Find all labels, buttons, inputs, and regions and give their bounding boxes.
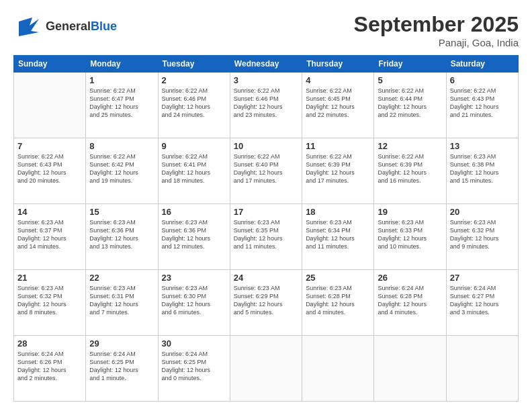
col-thursday: Thursday (302, 56, 374, 73)
day-number: 21 (17, 273, 82, 283)
day-number: 27 (450, 273, 515, 283)
cell-info: Sunrise: 6:22 AM Sunset: 6:39 PM Dayligh… (306, 152, 370, 185)
cell-info: Sunrise: 6:23 AM Sunset: 6:31 PM Dayligh… (89, 284, 154, 317)
calendar-cell: 24Sunrise: 6:23 AM Sunset: 6:29 PM Dayli… (230, 270, 302, 336)
cell-info: Sunrise: 6:22 AM Sunset: 6:44 PM Dayligh… (378, 87, 442, 120)
cell-info: Sunrise: 6:22 AM Sunset: 6:46 PM Dayligh… (162, 87, 226, 120)
logo: GeneralBlue (13, 12, 117, 42)
day-number: 23 (162, 273, 226, 283)
calendar-cell: 14Sunrise: 6:23 AM Sunset: 6:37 PM Dayli… (14, 204, 86, 270)
cell-info: Sunrise: 6:23 AM Sunset: 6:34 PM Dayligh… (306, 218, 370, 251)
cell-info: Sunrise: 6:23 AM Sunset: 6:29 PM Dayligh… (234, 284, 298, 317)
col-friday: Friday (374, 56, 446, 73)
calendar-cell (14, 73, 86, 138)
day-number: 12 (378, 141, 442, 151)
page: GeneralBlue September 2025 Panaji, Goa, … (0, 0, 532, 411)
cell-info: Sunrise: 6:23 AM Sunset: 6:30 PM Dayligh… (162, 284, 226, 317)
calendar-cell: 28Sunrise: 6:24 AM Sunset: 6:26 PM Dayli… (14, 336, 86, 402)
calendar-cell (230, 336, 302, 402)
day-number: 25 (306, 273, 370, 283)
cell-info: Sunrise: 6:24 AM Sunset: 6:25 PM Dayligh… (89, 350, 154, 383)
calendar-week-3: 14Sunrise: 6:23 AM Sunset: 6:37 PM Dayli… (14, 204, 519, 270)
calendar-cell: 1Sunrise: 6:22 AM Sunset: 6:47 PM Daylig… (86, 73, 158, 138)
calendar-cell: 30Sunrise: 6:24 AM Sunset: 6:25 PM Dayli… (158, 336, 230, 402)
cell-info: Sunrise: 6:24 AM Sunset: 6:28 PM Dayligh… (378, 284, 442, 317)
calendar-cell: 27Sunrise: 6:24 AM Sunset: 6:27 PM Dayli… (446, 270, 518, 336)
calendar-cell: 13Sunrise: 6:23 AM Sunset: 6:38 PM Dayli… (446, 138, 518, 204)
logo-icon (13, 12, 43, 42)
cell-info: Sunrise: 6:23 AM Sunset: 6:38 PM Dayligh… (450, 152, 515, 185)
day-number: 1 (89, 75, 154, 85)
cell-info: Sunrise: 6:22 AM Sunset: 6:41 PM Dayligh… (162, 152, 226, 185)
calendar-cell: 22Sunrise: 6:23 AM Sunset: 6:31 PM Dayli… (86, 270, 158, 336)
calendar-table: Sunday Monday Tuesday Wednesday Thursday… (13, 55, 519, 402)
calendar-cell (446, 336, 518, 402)
calendar-cell: 29Sunrise: 6:24 AM Sunset: 6:25 PM Dayli… (86, 336, 158, 402)
calendar-cell: 26Sunrise: 6:24 AM Sunset: 6:28 PM Dayli… (374, 270, 446, 336)
day-number: 17 (234, 207, 298, 217)
calendar-cell: 11Sunrise: 6:22 AM Sunset: 6:39 PM Dayli… (302, 138, 374, 204)
calendar-cell: 2Sunrise: 6:22 AM Sunset: 6:46 PM Daylig… (158, 73, 230, 138)
day-number: 10 (234, 141, 298, 151)
day-number: 8 (89, 141, 154, 151)
day-number: 28 (17, 338, 82, 349)
calendar-cell: 12Sunrise: 6:22 AM Sunset: 6:39 PM Dayli… (374, 138, 446, 204)
day-number: 15 (89, 207, 154, 217)
calendar-cell: 19Sunrise: 6:23 AM Sunset: 6:33 PM Dayli… (374, 204, 446, 270)
cell-info: Sunrise: 6:22 AM Sunset: 6:46 PM Dayligh… (234, 87, 298, 120)
cell-info: Sunrise: 6:22 AM Sunset: 6:43 PM Dayligh… (450, 87, 515, 120)
cell-info: Sunrise: 6:22 AM Sunset: 6:43 PM Dayligh… (17, 152, 82, 185)
col-sunday: Sunday (14, 56, 86, 73)
day-number: 4 (306, 75, 370, 85)
day-number: 18 (306, 207, 370, 217)
header: GeneralBlue September 2025 Panaji, Goa, … (13, 12, 519, 48)
day-number: 16 (162, 207, 226, 217)
calendar-cell (374, 336, 446, 402)
calendar-header-row: Sunday Monday Tuesday Wednesday Thursday… (14, 56, 519, 73)
day-number: 9 (162, 141, 226, 151)
cell-info: Sunrise: 6:24 AM Sunset: 6:26 PM Dayligh… (17, 350, 82, 383)
day-number: 29 (89, 338, 154, 349)
cell-info: Sunrise: 6:24 AM Sunset: 6:27 PM Dayligh… (450, 284, 515, 317)
calendar-cell: 10Sunrise: 6:22 AM Sunset: 6:40 PM Dayli… (230, 138, 302, 204)
cell-info: Sunrise: 6:23 AM Sunset: 6:35 PM Dayligh… (234, 218, 298, 251)
cell-info: Sunrise: 6:22 AM Sunset: 6:45 PM Dayligh… (306, 87, 370, 120)
cell-info: Sunrise: 6:22 AM Sunset: 6:40 PM Dayligh… (234, 152, 298, 185)
cell-info: Sunrise: 6:24 AM Sunset: 6:25 PM Dayligh… (162, 350, 226, 383)
calendar-cell: 8Sunrise: 6:22 AM Sunset: 6:42 PM Daylig… (86, 138, 158, 204)
calendar-week-1: 1Sunrise: 6:22 AM Sunset: 6:47 PM Daylig… (14, 73, 519, 138)
col-saturday: Saturday (446, 56, 518, 73)
cell-info: Sunrise: 6:22 AM Sunset: 6:42 PM Dayligh… (89, 152, 154, 185)
calendar-cell: 23Sunrise: 6:23 AM Sunset: 6:30 PM Dayli… (158, 270, 230, 336)
day-number: 5 (378, 75, 442, 85)
col-wednesday: Wednesday (230, 56, 302, 73)
title-block: September 2025 Panaji, Goa, India (354, 12, 519, 48)
calendar-cell: 5Sunrise: 6:22 AM Sunset: 6:44 PM Daylig… (374, 73, 446, 138)
calendar-cell: 4Sunrise: 6:22 AM Sunset: 6:45 PM Daylig… (302, 73, 374, 138)
svg-marker-0 (19, 17, 39, 36)
col-monday: Monday (86, 56, 158, 73)
day-number: 2 (162, 75, 226, 85)
cell-info: Sunrise: 6:23 AM Sunset: 6:37 PM Dayligh… (17, 218, 82, 251)
location: Panaji, Goa, India (354, 37, 519, 48)
month-title: September 2025 (354, 12, 519, 37)
calendar-cell: 3Sunrise: 6:22 AM Sunset: 6:46 PM Daylig… (230, 73, 302, 138)
cell-info: Sunrise: 6:23 AM Sunset: 6:28 PM Dayligh… (306, 284, 370, 317)
col-tuesday: Tuesday (158, 56, 230, 73)
calendar-cell: 15Sunrise: 6:23 AM Sunset: 6:36 PM Dayli… (86, 204, 158, 270)
day-number: 11 (306, 141, 370, 151)
day-number: 19 (378, 207, 442, 217)
calendar-cell: 20Sunrise: 6:23 AM Sunset: 6:32 PM Dayli… (446, 204, 518, 270)
day-number: 20 (450, 207, 515, 217)
day-number: 24 (234, 273, 298, 283)
day-number: 3 (234, 75, 298, 85)
day-number: 30 (162, 338, 226, 349)
calendar-cell: 18Sunrise: 6:23 AM Sunset: 6:34 PM Dayli… (302, 204, 374, 270)
day-number: 13 (450, 141, 515, 151)
cell-info: Sunrise: 6:23 AM Sunset: 6:36 PM Dayligh… (162, 218, 226, 251)
cell-info: Sunrise: 6:23 AM Sunset: 6:32 PM Dayligh… (17, 284, 82, 317)
calendar-cell: 9Sunrise: 6:22 AM Sunset: 6:41 PM Daylig… (158, 138, 230, 204)
logo-text: GeneralBlue (46, 20, 117, 34)
calendar-week-4: 21Sunrise: 6:23 AM Sunset: 6:32 PM Dayli… (14, 270, 519, 336)
cell-info: Sunrise: 6:23 AM Sunset: 6:32 PM Dayligh… (450, 218, 515, 251)
